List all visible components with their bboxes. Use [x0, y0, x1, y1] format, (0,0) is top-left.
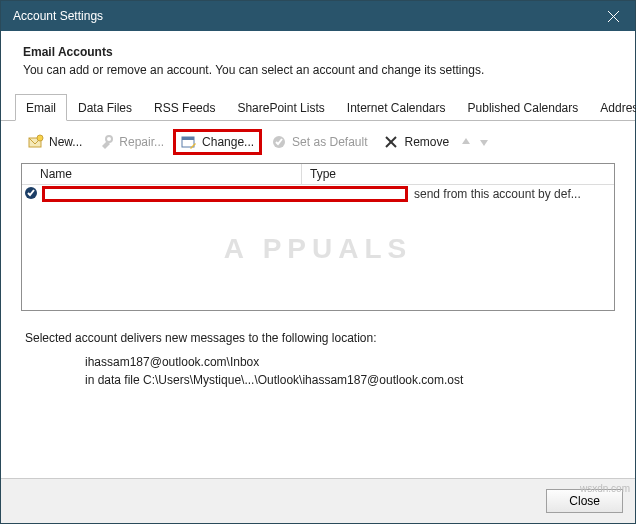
change-icon [181, 134, 197, 150]
move-up-button [458, 134, 474, 150]
repair-button: Repair... [91, 130, 171, 154]
svg-rect-6 [182, 137, 194, 140]
header: Email Accounts You can add or remove an … [1, 31, 635, 93]
default-account-icon [24, 186, 40, 202]
change-label: Change... [202, 135, 254, 149]
tab-sharepoint-lists[interactable]: SharePoint Lists [226, 94, 335, 121]
arrow-down-icon [478, 136, 490, 148]
col-type-header[interactable]: Type [302, 164, 614, 184]
delivery-line: Selected account delivers new messages t… [25, 331, 611, 345]
repair-icon [98, 134, 114, 150]
window-close-button[interactable] [591, 1, 635, 31]
tab-address-books[interactable]: Address Books [589, 94, 636, 121]
account-type: send from this account by def... [408, 187, 614, 201]
svg-marker-10 [462, 138, 470, 144]
col-name-header[interactable]: Name [22, 164, 302, 184]
tab-internet-calendars[interactable]: Internet Calendars [336, 94, 457, 121]
watermark: A PPUALS [224, 233, 413, 265]
delivery-location: ihassam187@outlook.com\Inbox [85, 353, 611, 371]
footer: Close [1, 478, 635, 523]
tab-data-files[interactable]: Data Files [67, 94, 143, 121]
delivery-datafile: in data file C:\Users\Mystique\...\Outlo… [85, 371, 611, 389]
close-icon [608, 11, 619, 22]
remove-label: Remove [404, 135, 449, 149]
svg-point-4 [106, 136, 112, 142]
mail-new-icon [28, 134, 44, 150]
delivery-info: Selected account delivers new messages t… [1, 311, 635, 399]
credit-text: wsxdn.com [580, 483, 630, 494]
svg-marker-11 [480, 140, 488, 146]
remove-button[interactable]: Remove [376, 130, 456, 154]
tab-published-calendars[interactable]: Published Calendars [457, 94, 590, 121]
repair-label: Repair... [119, 135, 164, 149]
change-button[interactable]: Change... [173, 129, 262, 155]
window-title: Account Settings [13, 9, 591, 23]
set-default-label: Set as Default [292, 135, 367, 149]
header-desc: You can add or remove an account. You ca… [23, 63, 613, 77]
account-list[interactable]: Name Type send from this account by def.… [21, 163, 615, 311]
tabstrip: Email Data Files RSS Feeds SharePoint Li… [1, 93, 635, 121]
set-default-button: Set as Default [264, 130, 374, 154]
header-heading: Email Accounts [23, 45, 613, 59]
new-button[interactable]: New... [21, 130, 89, 154]
svg-point-3 [37, 135, 43, 141]
remove-icon [383, 134, 399, 150]
list-header: Name Type [22, 164, 614, 185]
checkmark-circle-icon [271, 134, 287, 150]
new-label: New... [49, 135, 82, 149]
move-down-button [476, 134, 492, 150]
titlebar: Account Settings [1, 1, 635, 31]
tab-email[interactable]: Email [15, 94, 67, 121]
toolbar: New... Repair... Change... Set as Defaul… [1, 121, 635, 163]
tab-rss-feeds[interactable]: RSS Feeds [143, 94, 226, 121]
arrow-up-icon [460, 136, 472, 148]
account-name-redacted [42, 186, 408, 202]
list-row[interactable]: send from this account by def... [22, 185, 614, 203]
